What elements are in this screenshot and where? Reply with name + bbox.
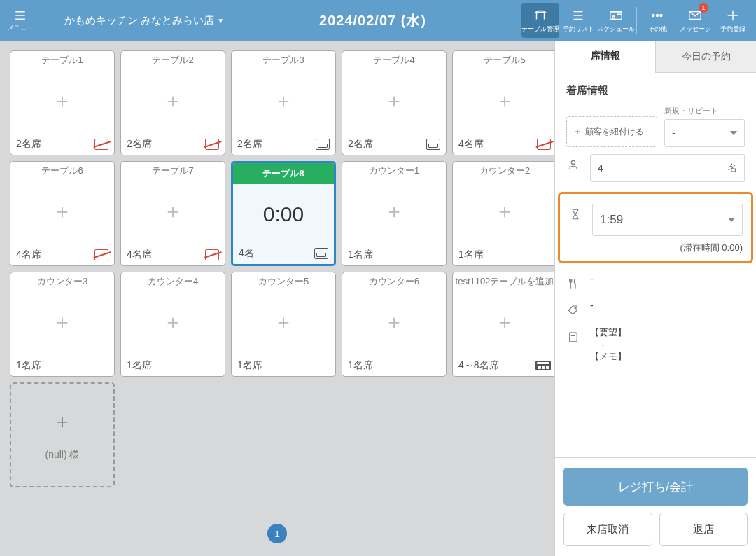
nav-other[interactable]: その他 [638,0,676,41]
no-smoking-icon [205,139,219,150]
table-footer: 1名席 [10,356,114,376]
table-name: テーブル3 [232,51,335,67]
table-footer: 1名席 [342,246,446,265]
nav-message-label: メッセージ [680,25,711,34]
nav-separator [636,7,637,34]
table-seats: 2名席 [237,138,262,151]
no-smoking-icon [94,139,108,150]
table-card[interactable]: カウンター4＋1名席 [120,272,225,377]
plus-icon: ＋ [52,408,72,435]
table-name: カウンター2 [453,162,554,177]
table-name: テーブル6 [10,162,114,177]
table-empty: ＋ [10,177,114,246]
table-name: カウンター5 [232,272,335,288]
table-empty: ＋ [232,67,335,135]
nav-schedule[interactable]: スケジュール [597,0,635,41]
table-card[interactable]: テーブル3＋2名席 [231,50,336,155]
table-footer: 1名席 [342,356,446,376]
table-empty: ＋ [121,288,225,356]
party-input[interactable]: 4 名 [590,154,745,182]
message-badge: 1 [699,3,708,13]
table-card[interactable]: テーブル7＋4名席 [120,161,225,266]
link-customer-button[interactable]: ＋ 顧客を紐付ける [566,116,657,147]
leave-button[interactable]: 退店 [659,513,748,546]
table-empty: ＋ [342,288,446,356]
course-value: - [590,273,745,284]
table-seats: 4～8名席 [458,359,499,372]
table-empty: ＋ [10,67,114,135]
table-seats: 4名席 [16,249,41,261]
table-card[interactable]: カウンター6＋1名席 [342,272,447,377]
schedule-icon [608,8,624,23]
repeat-select[interactable]: - [664,119,745,147]
repeat-value: - [672,127,676,139]
table-seats: 1名席 [348,359,373,372]
table-card[interactable]: test1102テーブルを追加＋4～8名席 [452,272,554,377]
table-card[interactable]: テーブル80:004名 [231,161,336,266]
stay-select[interactable]: 1:59 [592,204,743,236]
cancel-visit-button[interactable]: 来店取消 [564,513,652,546]
nav-add[interactable]: 予約登録 [714,0,752,41]
tab-seat-info[interactable]: 席情報 [555,41,655,73]
table-card[interactable]: カウンター1＋1名席 [342,161,447,266]
note-icon [566,326,580,343]
side-panel: 席情報 今日の予約 着席情報 ＋ 顧客を紐付ける 新規・リピート - [554,41,756,556]
table-card[interactable]: カウンター5＋1名席 [231,272,336,377]
table-card[interactable]: テーブル2＋2名席 [120,50,225,155]
table-seats: 2名席 [16,138,41,151]
seat-icon [316,139,330,150]
stay-value: 1:59 [600,213,623,227]
table-seats: 1名席 [127,359,152,372]
checkout-button[interactable]: レジ打ち/会計 [564,468,748,506]
current-date: 2024/02/07 (水) [224,11,522,30]
no-smoking-icon [94,249,108,260]
nav-list[interactable]: 予約リスト [559,0,597,41]
table-footer: 2名席 [10,135,114,155]
table-card[interactable]: テーブル1＋2名席 [10,50,115,155]
party-suffix: 名 [728,162,737,174]
menu-button[interactable]: メニュー [4,9,36,32]
table-card[interactable]: テーブル4＋2名席 [342,50,447,155]
plus-icon: ＋ [573,125,582,138]
table-empty: ＋ [453,67,554,135]
table-empty: ＋ [342,177,446,246]
table-card[interactable]: カウンター3＋1名席 [10,272,115,377]
stay-note: (滞在時間 0:00) [568,242,743,254]
table-card[interactable]: テーブル6＋4名席 [10,161,115,266]
tab-today[interactable]: 今日の予約 [655,41,756,73]
list-icon [570,8,586,23]
nav-table[interactable]: テーブル管理 [522,3,559,38]
table-seats: 4名席 [458,138,484,151]
person-icon [566,154,580,171]
table-name: カウンター6 [342,272,446,288]
table-name: テーブル1 [10,51,114,67]
nav-schedule-label: スケジュール [597,25,635,34]
hourglass-icon [568,204,582,221]
memo-label: 【メモ】 [590,350,745,363]
caret-down-icon [730,131,737,135]
store-selector[interactable]: かもめキッチン みなとみらい店 ▼ [48,14,224,27]
tag-value: - [590,300,745,311]
svg-point-0 [652,14,654,16]
table-card[interactable]: テーブル5＋4名席 [452,50,554,155]
table-name: test1102テーブルを追加 [453,272,554,288]
floor-area: テーブル1＋2名席テーブル2＋2名席テーブル3＋2名席テーブル4＋2名席テーブル… [0,41,554,556]
waiting-card[interactable]: ＋ (null) 様 [10,382,115,487]
table-name: テーブル7 [121,162,225,177]
table-name: カウンター3 [10,272,114,288]
nav-add-label: 予約登録 [720,25,746,34]
menu-label: メニュー [8,24,33,31]
repeat-label: 新規・リピート [664,106,745,116]
page-number[interactable]: 1 [267,524,287,543]
table-footer: 2名席 [121,135,225,155]
table-footer: 2名席 [342,135,446,155]
table-seats: 1名席 [458,249,484,261]
table-footer: 1名席 [453,246,554,265]
req-label: 【要望】 [590,326,745,339]
svg-point-3 [571,160,575,164]
nav-list-label: 予約リスト [563,25,594,34]
nav-message[interactable]: 1 メッセージ [676,0,714,41]
table-name: カウンター1 [342,162,446,177]
table-card[interactable]: カウンター2＋1名席 [452,161,554,266]
table-footer: 4名席 [453,135,554,155]
